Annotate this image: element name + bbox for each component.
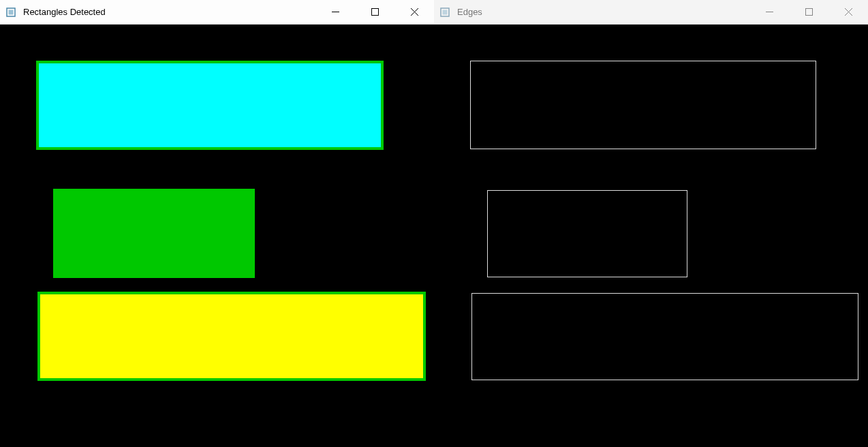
cyan-rect [36,61,384,150]
opencv-app-icon [439,7,450,18]
canvas-edges [434,25,868,447]
window-controls-left [315,0,434,24]
maximize-button[interactable] [355,0,394,24]
edge-rect-3 [471,293,858,380]
yellow-rect [37,292,426,381]
canvas-rectangles [0,25,434,447]
svg-rect-3 [371,9,378,16]
minimize-button[interactable] [749,0,789,24]
titlebar-right[interactable]: Edges [434,0,868,25]
opencv-app-icon [5,7,16,18]
window-title-right: Edges [457,7,482,17]
close-button[interactable] [394,0,434,24]
svg-rect-1 [9,10,14,14]
window-title-left: Rectangles Detected [23,7,106,17]
edge-rect-2 [487,190,687,277]
minimize-button[interactable] [315,0,355,24]
green-rect [53,189,255,278]
svg-rect-7 [443,10,448,14]
titlebar-left[interactable]: Rectangles Detected [0,0,434,25]
edge-rect-1 [470,61,816,149]
close-button[interactable] [828,0,868,24]
svg-rect-9 [805,9,812,16]
window-edges: Edges [434,0,868,447]
window-controls-right [749,0,868,24]
maximize-button[interactable] [789,0,828,24]
window-rectangles-detected: Rectangles Detected [0,0,434,447]
